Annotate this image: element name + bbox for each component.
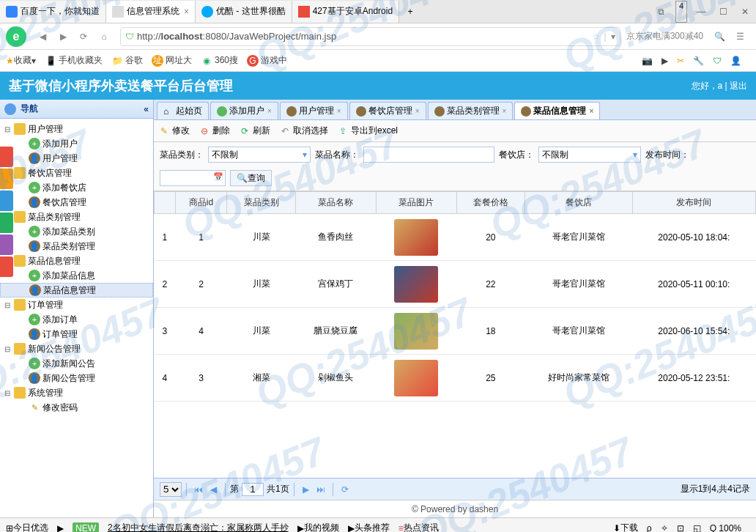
favorites-button[interactable]: ★ 收藏 ▾ xyxy=(6,54,36,67)
back-button[interactable]: ◀ xyxy=(34,28,51,45)
bookmark-item[interactable]: 📱手机收藏夹 xyxy=(45,54,103,67)
prev-page-button[interactable]: ◀ xyxy=(206,482,220,497)
restore-icon[interactable]: ⧉ xyxy=(651,1,672,23)
tree-group[interactable]: ⊟订单管理 xyxy=(0,298,153,312)
float-icon[interactable] xyxy=(0,147,13,167)
first-page-button[interactable]: ⏮ xyxy=(191,482,206,497)
news-ticker[interactable]: 2名初中女生请假后离奇溺亡：家属称两人手抄 xyxy=(108,522,289,532)
edit-button[interactable]: ✎修改 xyxy=(158,125,190,137)
close-button[interactable]: ✕ xyxy=(734,1,756,23)
float-icon[interactable] xyxy=(0,213,13,233)
tree-item[interactable]: ✎修改密码 xyxy=(0,400,153,415)
next-page-button[interactable]: ▶ xyxy=(299,482,314,497)
browser-tab[interactable]: 427基于安卓Android xyxy=(292,1,399,23)
content-tab[interactable]: 添加用户× xyxy=(210,102,278,119)
last-page-button[interactable]: ⏭ xyxy=(314,482,328,497)
column-header[interactable]: 餐饮店 xyxy=(525,192,632,214)
news-badge[interactable]: NEW xyxy=(73,522,99,533)
search-button[interactable]: 🔍 查询 xyxy=(230,170,272,186)
float-icon[interactable] xyxy=(0,256,13,277)
star-icon[interactable]: ☆ xyxy=(592,32,600,42)
column-header[interactable]: 菜品类别 xyxy=(227,192,295,214)
status-icon[interactable]: ◱ xyxy=(693,522,701,532)
new-tab-button[interactable]: + xyxy=(399,7,421,17)
browser-tab[interactable]: 百度一下，你就知道 xyxy=(0,1,106,23)
shop-select[interactable]: 不限制 xyxy=(538,147,641,163)
browser-tab-active[interactable]: 信息管理系统 × xyxy=(106,1,196,23)
tree-item[interactable]: +添加菜品信息 xyxy=(0,268,153,283)
ext-icon[interactable]: 📷 xyxy=(642,56,653,66)
content-tab[interactable]: 餐饮店管理× xyxy=(349,102,426,119)
name-input[interactable] xyxy=(363,147,494,163)
tree-group[interactable]: ⊟新闻公告管理 xyxy=(0,341,153,356)
close-icon[interactable]: × xyxy=(184,7,189,17)
export-button[interactable]: ⇪导出到excel xyxy=(337,125,398,137)
bookmark-item[interactable]: ◉360搜 xyxy=(201,54,238,67)
close-icon[interactable]: × xyxy=(589,107,593,115)
bookmark-item[interactable]: G游戏中 xyxy=(247,54,287,67)
tree-item[interactable]: +添加用户 xyxy=(0,136,153,151)
status-icon[interactable]: ✧ xyxy=(661,522,668,532)
forward-button[interactable]: ▶ xyxy=(54,28,72,45)
ext-icon[interactable]: 👤 xyxy=(730,56,741,66)
tree-group[interactable]: ⊟菜品类别管理 xyxy=(0,210,153,224)
tree-group[interactable]: ⊟用户管理 xyxy=(0,122,153,136)
table-row[interactable]: 34川菜腊豆烧豆腐18哥老官川菜馆2020-06-10 15:54: xyxy=(155,308,756,355)
status-item[interactable]: ≡ 热点资讯 xyxy=(399,522,439,532)
column-header[interactable]: 商品id xyxy=(175,192,227,214)
tree-item[interactable]: +添加菜品类别 xyxy=(0,224,153,239)
bookmark-item[interactable]: 址网址大 xyxy=(152,54,192,67)
delete-button[interactable]: ⊖删除 xyxy=(199,125,230,137)
tree-item[interactable]: 👤订单管理 xyxy=(0,327,153,341)
home-button[interactable]: ⌂ xyxy=(95,28,113,45)
float-icon[interactable] xyxy=(0,234,13,255)
tree-item[interactable]: 👤新闻公告管理 xyxy=(0,371,153,385)
content-tab[interactable]: 用户管理× xyxy=(280,102,348,119)
page-input[interactable] xyxy=(242,483,264,496)
minimize-button[interactable]: — xyxy=(690,1,712,23)
column-header[interactable]: 菜品名称 xyxy=(295,192,376,214)
zoom-level[interactable]: Q 100% xyxy=(710,522,741,532)
ext-icon[interactable]: 🔧 xyxy=(693,56,704,66)
user-greeting[interactable]: 您好，a | 退出 xyxy=(692,80,747,92)
status-icon[interactable]: ρ xyxy=(647,522,652,532)
tree-item[interactable]: +添加新闻公告 xyxy=(0,356,153,371)
close-icon[interactable]: × xyxy=(415,107,420,115)
status-item[interactable]: ▶ 我的视频 xyxy=(297,522,339,532)
browser-tab[interactable]: 优酷 - 这世界很酷 xyxy=(196,1,292,23)
ext-icon[interactable]: ▶ xyxy=(662,56,668,66)
refresh-button[interactable]: ⟳刷新 xyxy=(239,125,270,137)
content-tab[interactable]: 菜品类别管理× xyxy=(428,102,514,119)
ext-icon[interactable]: 🛡 xyxy=(713,56,722,66)
deselect-button[interactable]: ↶取消选择 xyxy=(279,125,328,137)
float-icon[interactable] xyxy=(0,191,13,211)
content-tab[interactable]: 菜品信息管理× xyxy=(514,102,600,119)
maximize-button[interactable]: ☐ xyxy=(712,1,734,23)
status-item[interactable]: ⊞ 今日优选 xyxy=(6,522,48,532)
content-tab[interactable]: ⌂起始页 xyxy=(157,102,209,119)
float-icon[interactable] xyxy=(0,169,13,189)
tree-item[interactable]: +添加餐饮店 xyxy=(0,180,153,195)
tree-group[interactable]: ⊟系统管理 xyxy=(0,385,153,400)
promo-text[interactable]: 京东家电满300减40 xyxy=(626,30,703,43)
tree-item[interactable]: 👤餐饮店管理 xyxy=(0,195,153,210)
url-field[interactable]: 🛡 http://localhost:8080/JavaWebProject/m… xyxy=(120,27,620,46)
download-button[interactable]: ⬇ 下载 xyxy=(613,522,638,532)
tree-group[interactable]: ⊟餐饮店管理 xyxy=(0,166,153,180)
close-icon[interactable]: × xyxy=(503,107,507,115)
table-row[interactable]: 43湘菜剁椒鱼头25好时尚家常菜馆2020-05-12 23:51: xyxy=(155,355,756,402)
table-row[interactable]: 22川菜宫保鸡丁22哥老官川菜馆2020-05-11 00:10: xyxy=(155,261,756,308)
column-header[interactable]: 套餐价格 xyxy=(456,192,525,214)
category-select[interactable]: 不限制 xyxy=(208,147,311,163)
reload-button[interactable]: ⟳ xyxy=(75,28,92,45)
date-input[interactable] xyxy=(160,170,226,186)
table-row[interactable]: 11川菜鱼香肉丝20哥老官川菜馆2020-05-10 18:04: xyxy=(155,214,756,261)
tree-group[interactable]: ⊟菜品信息管理 xyxy=(0,254,153,268)
close-icon[interactable]: × xyxy=(267,107,272,115)
search-icon[interactable]: 🔍 xyxy=(711,28,728,45)
bookmark-item[interactable]: 📁谷歌 xyxy=(111,54,143,67)
page-size-select[interactable]: 5 xyxy=(160,482,182,497)
tree-item[interactable]: 👤菜品信息管理 xyxy=(0,283,153,298)
status-icon[interactable]: ⊡ xyxy=(677,522,684,532)
status-item[interactable]: ▶ 头条推荐 xyxy=(348,522,390,532)
